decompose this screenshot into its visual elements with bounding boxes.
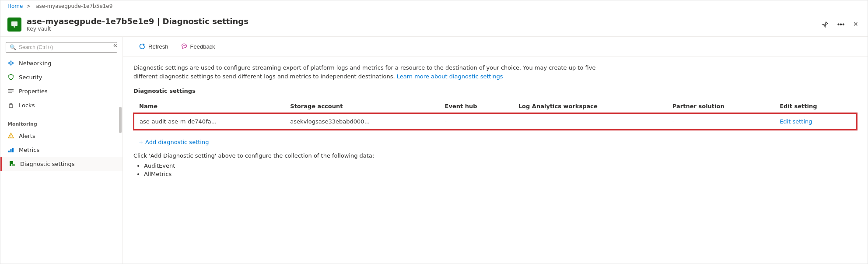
resource-icon <box>7 18 21 32</box>
sidebar-item-alerts-label: Alerts <box>19 133 35 139</box>
add-setting-label: + Add diagnostic setting <box>139 139 209 145</box>
diagnostic-table: Name Storage account Event hub Log Analy… <box>133 99 857 130</box>
svg-rect-0 <box>11 21 18 26</box>
content-area: Refresh Feedback Diagnostic settings are… <box>123 37 868 264</box>
collection-item-audit: AuditEvent <box>144 162 857 169</box>
collection-item-metrics: AllMetrics <box>144 171 857 177</box>
alerts-icon <box>7 132 14 139</box>
svg-rect-13 <box>12 148 14 152</box>
svg-rect-6 <box>8 91 14 92</box>
monitoring-section-header: Monitoring <box>0 116 122 129</box>
svg-rect-14 <box>10 161 13 164</box>
svg-rect-15 <box>10 164 11 166</box>
svg-rect-7 <box>8 92 12 93</box>
toolbar: Refresh Feedback <box>123 37 868 56</box>
top-bar-actions: ••• × <box>819 18 861 31</box>
sidebar-item-alerts[interactable]: Alerts <box>0 129 122 143</box>
metrics-icon <box>7 146 14 153</box>
col-storage: Storage account <box>285 99 439 113</box>
sidebar-item-properties-label: Properties <box>19 88 48 95</box>
more-icon: ••• <box>837 21 845 28</box>
breadcrumb-current: ase-myasegpude-1e7b5e1e9 <box>36 3 112 9</box>
col-partner: Partner solution <box>667 99 774 113</box>
sidebar-item-security-label: Security <box>19 74 42 81</box>
cell-storage: asekvlogsase33ebabd000... <box>285 113 439 130</box>
svg-rect-5 <box>8 89 14 90</box>
sidebar: « 🔍 Networking <box>0 37 123 264</box>
more-button[interactable]: ••• <box>835 19 847 30</box>
content-body: Diagnostic settings are used to configur… <box>123 56 868 186</box>
table-body: ase-audit-ase-m-de740fa... asekvlogsase3… <box>134 113 857 130</box>
cell-edit[interactable]: Edit setting <box>774 113 857 130</box>
security-icon <box>7 74 14 81</box>
feedback-button[interactable]: Feedback <box>175 40 220 53</box>
table-row: ase-audit-ase-m-de740fa... asekvlogsase3… <box>134 113 857 130</box>
svg-rect-8 <box>9 105 13 108</box>
cell-eventhub: - <box>440 113 513 130</box>
description-text: Diagnostic settings are used to configur… <box>133 63 615 81</box>
sidebar-scrollbar[interactable] <box>119 107 122 133</box>
table-header-row: Name Storage account Event hub Log Analy… <box>134 99 857 113</box>
page-header: ase-myasegpude-1e7b5e1e9 | Diagnostic se… <box>27 17 819 32</box>
breadcrumb-home[interactable]: Home <box>7 3 23 9</box>
collection-list: AuditEvent AllMetrics <box>133 162 857 177</box>
close-icon: × <box>853 20 858 29</box>
page-title: ase-myasegpude-1e7b5e1e9 | Diagnostic se… <box>27 17 819 26</box>
sidebar-item-security[interactable]: Security <box>0 70 122 84</box>
pin-button[interactable] <box>819 19 831 30</box>
breadcrumb-separator: > <box>26 3 31 9</box>
networking-icon <box>7 60 14 67</box>
sidebar-item-metrics[interactable]: Metrics <box>0 143 122 157</box>
svg-rect-12 <box>10 149 12 152</box>
page-subtitle: Key vault <box>27 26 819 32</box>
svg-rect-16 <box>12 164 15 166</box>
sidebar-item-diagnostic-settings[interactable]: Diagnostic settings <box>0 157 122 171</box>
edit-setting-link[interactable]: Edit setting <box>780 118 812 125</box>
breadcrumb: Home > ase-myasegpude-1e7b5e1e9 <box>0 0 868 12</box>
svg-point-10 <box>10 137 11 138</box>
cell-partner: - <box>667 113 774 130</box>
feedback-label: Feedback <box>190 43 215 50</box>
svg-rect-2 <box>13 26 16 26</box>
sidebar-item-metrics-label: Metrics <box>19 147 39 153</box>
table-header: Name Storage account Event hub Log Analy… <box>134 99 857 113</box>
search-icon: 🔍 <box>10 44 16 50</box>
table-wrapper: Name Storage account Event hub Log Analy… <box>133 99 857 130</box>
col-name: Name <box>134 99 285 113</box>
refresh-label: Refresh <box>148 43 168 50</box>
sidebar-item-networking[interactable]: Networking <box>0 56 122 70</box>
sidebar-item-properties[interactable]: Properties <box>0 84 122 98</box>
col-eventhub: Event hub <box>440 99 513 113</box>
search-input[interactable] <box>19 44 113 50</box>
sidebar-item-diagnostic-settings-label: Diagnostic settings <box>20 161 75 167</box>
properties-icon <box>7 88 14 95</box>
cell-loganalytics <box>513 113 667 130</box>
refresh-icon <box>139 43 146 50</box>
learn-more-link[interactable]: Learn more about diagnostic settings <box>397 73 503 80</box>
diagnostic-icon <box>9 160 16 167</box>
col-edit: Edit setting <box>774 99 857 113</box>
sidebar-collapse-button[interactable]: « <box>112 40 119 50</box>
sidebar-item-locks-label: Locks <box>19 102 35 109</box>
locks-icon <box>7 102 14 109</box>
close-button[interactable]: × <box>850 18 861 31</box>
col-loganalytics: Log Analytics workspace <box>513 99 667 113</box>
sidebar-item-networking-label: Networking <box>19 60 51 67</box>
section-title: Diagnostic settings <box>133 88 857 94</box>
collapse-icon: « <box>113 41 117 49</box>
sidebar-divider <box>0 114 122 114</box>
top-bar: ase-myasegpude-1e7b5e1e9 | Diagnostic se… <box>0 12 868 37</box>
search-box[interactable]: 🔍 <box>6 42 117 53</box>
cell-name: ase-audit-ase-m-de740fa... <box>134 113 285 130</box>
add-diagnostic-setting-link[interactable]: + Add diagnostic setting <box>139 139 209 145</box>
collection-info: Click 'Add Diagnostic setting' above to … <box>133 152 857 159</box>
refresh-button[interactable]: Refresh <box>133 40 174 53</box>
svg-rect-11 <box>8 151 10 152</box>
feedback-icon <box>181 43 188 50</box>
sidebar-item-locks[interactable]: Locks <box>0 98 122 112</box>
